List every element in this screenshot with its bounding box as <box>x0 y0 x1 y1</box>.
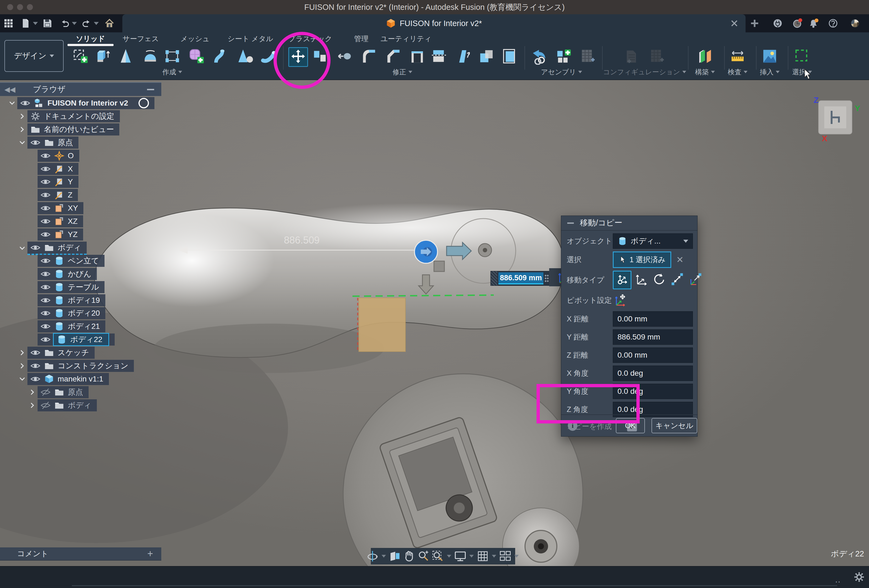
input-drag-handle[interactable] <box>491 271 497 286</box>
object-type-dropdown[interactable]: ボディ... <box>613 233 693 249</box>
browser-collapse-icon[interactable]: ◀◀ <box>4 85 15 94</box>
tree-item-manekin v1:1[interactable]: manekin v1:1 <box>18 373 109 385</box>
ribbon-tab-4[interactable]: シート メタル <box>228 34 273 44</box>
grid-icon[interactable] <box>476 550 489 563</box>
ribbon-tab-2[interactable]: サーフェス <box>123 34 159 44</box>
configuration-icon[interactable] <box>623 47 641 65</box>
window-zoom-icon[interactable] <box>432 550 444 563</box>
tree-row-pill[interactable]: ボディ <box>27 241 87 255</box>
multi-view-caret-icon[interactable] <box>514 555 519 558</box>
caret-down-icon[interactable] <box>18 244 27 253</box>
dialog-collapse-icon[interactable] <box>567 222 574 224</box>
caret-right-icon[interactable] <box>18 348 27 357</box>
tree-row-pill[interactable]: コンストラクション <box>27 360 134 372</box>
tree-row-pill[interactable]: 原点 <box>38 386 89 398</box>
ground-component-radio[interactable] <box>138 98 149 108</box>
new-tab-icon[interactable] <box>748 17 761 30</box>
eye-icon[interactable] <box>40 151 51 161</box>
orbit-icon[interactable] <box>366 550 379 563</box>
translate-button[interactable] <box>633 271 650 288</box>
tree-item-原点[interactable]: 原点 <box>18 136 79 149</box>
measure-icon[interactable] <box>728 47 747 65</box>
add-comment-icon[interactable]: + <box>147 548 153 560</box>
free-move-button[interactable] <box>613 271 632 289</box>
file-menu-icon[interactable] <box>19 17 32 30</box>
fillet-icon[interactable] <box>360 47 378 65</box>
eye-icon[interactable] <box>40 295 51 305</box>
selected-item-box[interactable]: ボディ22 <box>53 333 109 346</box>
eye-icon[interactable] <box>40 334 51 345</box>
eye-icon[interactable] <box>30 374 41 384</box>
caret-down-icon[interactable] <box>18 374 27 384</box>
caret-right-icon[interactable] <box>18 361 27 370</box>
tree-row-pill[interactable]: ドキュメントの設定 <box>27 110 120 122</box>
tree-row-pill[interactable]: テーブル <box>38 281 104 293</box>
undo-caret-icon[interactable] <box>72 22 77 25</box>
undo-icon[interactable] <box>59 17 71 30</box>
tree-item-YZ[interactable]: YZ <box>28 228 83 240</box>
eye-icon[interactable] <box>40 308 51 318</box>
zoom-icon[interactable] <box>417 550 430 563</box>
workspace-selector[interactable]: デザイン <box>4 40 64 72</box>
tree-row-pill[interactable]: ボディ22 <box>38 333 115 345</box>
group-label-3[interactable]: アセンブリ <box>541 67 582 77</box>
extrude-icon[interactable] <box>94 47 112 65</box>
create-form-icon[interactable] <box>188 47 206 65</box>
view-cube-top-face[interactable] <box>824 107 846 128</box>
group-label-6[interactable]: 検査 <box>728 67 747 77</box>
draft-icon[interactable] <box>454 47 472 65</box>
cancel-button[interactable]: キャンセル <box>651 418 697 433</box>
tree-row-pill[interactable]: Y <box>38 176 79 188</box>
eye-icon[interactable] <box>30 361 41 371</box>
display-settings-icon[interactable] <box>454 550 467 563</box>
look-at-icon[interactable] <box>389 550 401 563</box>
tree-item-ボディ22[interactable]: ボディ22 <box>28 333 115 345</box>
orbit-caret-icon[interactable] <box>381 555 386 558</box>
timeline-settings-gear-icon[interactable] <box>853 571 865 583</box>
tree-row-pill[interactable]: FUISON for Interior v2 <box>17 97 154 109</box>
tree-item-ボディ19[interactable]: ボディ19 <box>28 294 105 307</box>
loft-icon[interactable] <box>117 47 135 65</box>
dialog-header[interactable]: 移動/コピー <box>561 216 697 231</box>
ribbon-tab-1[interactable]: ソリッド <box>76 34 105 44</box>
group-label-5[interactable]: 構築 <box>695 67 715 77</box>
pattern-icon[interactable] <box>163 47 181 65</box>
tree-item-ボディ[interactable]: ボディ <box>28 399 97 412</box>
ribbon-tab-7[interactable]: ユーティリティ <box>380 34 432 44</box>
rotate-button[interactable] <box>651 271 668 288</box>
dimension-value-input[interactable]: 886.509 mm <box>491 271 550 286</box>
eye-icon[interactable] <box>30 243 41 253</box>
caret-right-icon[interactable] <box>28 388 37 397</box>
timeline-track[interactable] <box>72 585 837 586</box>
field-input-3[interactable]: 0.00 mm <box>613 348 693 363</box>
eye-icon[interactable] <box>40 269 51 279</box>
insert-image-icon[interactable] <box>761 47 779 65</box>
tree-item-X[interactable]: X <box>28 163 79 175</box>
tree-item-コンストラクション[interactable]: コンストラクション <box>18 360 134 372</box>
eye-off-icon[interactable] <box>40 400 51 410</box>
tree-row-pill[interactable]: ボディ19 <box>38 294 105 307</box>
split-body-icon[interactable] <box>430 47 448 65</box>
config-table-icon[interactable] <box>578 47 597 65</box>
tree-item-XY[interactable]: XY <box>28 202 83 214</box>
ribbon-tab-3[interactable]: メッシュ <box>181 34 209 44</box>
tree-row-pill[interactable]: 名前の付いたビュー <box>27 123 119 135</box>
view-cube[interactable] <box>819 101 852 134</box>
eye-icon[interactable] <box>40 216 51 227</box>
press-pull-icon[interactable] <box>336 47 354 65</box>
eye-icon[interactable] <box>40 256 51 266</box>
tab-close-icon[interactable] <box>728 17 741 30</box>
tree-item-ドキュメントの設定[interactable]: ドキュメントの設定 <box>18 110 120 122</box>
eye-icon[interactable] <box>20 98 30 108</box>
grid-caret-icon[interactable] <box>492 555 496 558</box>
selection-chip[interactable]: 1 選択済み <box>613 252 671 268</box>
tree-row-pill[interactable]: XZ <box>38 215 83 227</box>
combine-icon[interactable] <box>478 47 496 65</box>
caret-down-icon[interactable] <box>18 138 27 147</box>
group-label-1[interactable]: 作成 <box>162 67 182 77</box>
file-menu-caret-icon[interactable] <box>33 22 38 25</box>
shell-icon[interactable] <box>408 47 426 65</box>
help-icon[interactable] <box>827 17 839 30</box>
tree-item-Y[interactable]: Y <box>28 176 79 188</box>
field-input-2[interactable]: 886.509 mm <box>613 329 693 345</box>
